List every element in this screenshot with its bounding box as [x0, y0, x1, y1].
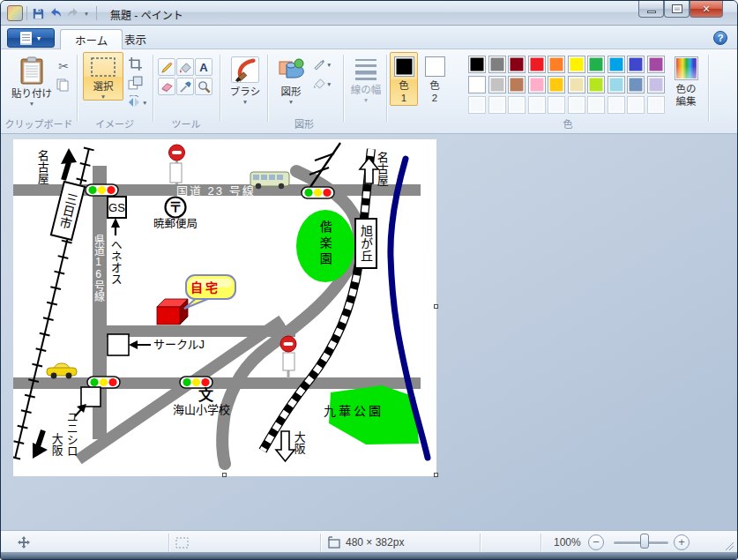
- nagoya-nw-label: 名古屋: [36, 150, 48, 184]
- color2-label: 色: [429, 79, 440, 92]
- bus-stop-icon: [280, 336, 296, 378]
- palette-swatch[interactable]: [627, 76, 645, 93]
- palette-swatch[interactable]: [608, 76, 625, 93]
- palette-swatch[interactable]: [627, 56, 645, 73]
- palette-swatch-empty[interactable]: [647, 96, 665, 114]
- image-size-text: 480 × 382px: [346, 536, 404, 549]
- palette-swatch-empty[interactable]: [468, 96, 486, 114]
- color1-number: 1: [401, 92, 406, 104]
- maximize-button[interactable]: [664, 1, 690, 18]
- palette-swatch[interactable]: [647, 56, 665, 73]
- maximize-icon: [673, 5, 682, 12]
- divider: [220, 55, 220, 122]
- line-width-button[interactable]: 線の幅 ▼: [347, 52, 385, 104]
- shape-fill-button[interactable]: ▼: [313, 77, 332, 90]
- palette-swatch-empty[interactable]: [587, 96, 605, 114]
- pencil-tool[interactable]: [158, 58, 175, 76]
- canvas-resize-handle-bottom[interactable]: [222, 473, 227, 477]
- palette-swatch-empty[interactable]: [568, 96, 585, 114]
- paste-button[interactable]: 貼り付け ▼: [10, 52, 54, 108]
- palette-swatch[interactable]: [587, 56, 605, 73]
- undo-icon[interactable]: [48, 5, 63, 21]
- close-button[interactable]: ✕: [690, 1, 723, 18]
- postal-mark: 〒: [165, 200, 186, 214]
- brush-button[interactable]: ブラシ ▼: [225, 52, 265, 106]
- canvas-resize-handle-right[interactable]: [434, 304, 438, 309]
- chevron-down-icon: ▼: [326, 62, 332, 68]
- copy-icon: [56, 78, 70, 92]
- ribbon-tab-row: ▼ ホーム 表示 ?: [1, 26, 737, 49]
- drawing-canvas[interactable]: 国道 23 号線 県道16号線 名古屋 名古屋 大阪 大阪 三日市 旭が丘 偕楽…: [13, 139, 436, 476]
- color1-button[interactable]: 色 1: [390, 52, 418, 106]
- magnifier-tool[interactable]: [195, 78, 212, 95]
- palette-swatch[interactable]: [647, 76, 665, 93]
- image-size-icon: [327, 536, 341, 549]
- rotate-button[interactable]: ▼: [126, 95, 147, 109]
- chevron-down-icon: ▼: [101, 93, 106, 100]
- school-mark: 文: [198, 388, 213, 404]
- shapes-group-label: 図形: [265, 116, 343, 131]
- palette-swatch[interactable]: [528, 56, 546, 73]
- paint-app-icon[interactable]: [7, 5, 23, 21]
- color2-swatch: [425, 56, 445, 77]
- color2-button[interactable]: 色 2: [421, 52, 449, 106]
- palette-swatch[interactable]: [568, 56, 585, 73]
- shapes-button[interactable]: 図形 ▼: [272, 52, 309, 106]
- palette-swatch[interactable]: [468, 56, 486, 73]
- zoom-slider-thumb[interactable]: [640, 534, 649, 549]
- help-button[interactable]: ?: [713, 31, 727, 45]
- crop-button[interactable]: [128, 56, 143, 71]
- palette-swatch[interactable]: [548, 76, 565, 93]
- edit-colors-button[interactable]: 色の 編集: [666, 52, 706, 109]
- minimize-button[interactable]: [638, 1, 664, 18]
- close-icon: ✕: [702, 4, 710, 15]
- divider: [480, 534, 481, 552]
- shape-outline-button[interactable]: ▼: [313, 57, 332, 71]
- circle-j-label: サークルJ: [153, 339, 205, 351]
- save-icon[interactable]: [30, 5, 46, 21]
- palette-swatch-empty[interactable]: [627, 96, 645, 114]
- tab-view[interactable]: 表示: [110, 29, 160, 49]
- station-asahigaoka-box: 旭が丘: [354, 218, 377, 269]
- palette-swatch-empty[interactable]: [488, 96, 506, 114]
- brush-label: ブラシ: [230, 86, 260, 98]
- resize-button[interactable]: [128, 76, 143, 91]
- circle-j-box: [108, 334, 129, 355]
- palette-swatch-empty[interactable]: [528, 96, 546, 114]
- bus-stop-icon: [169, 145, 185, 184]
- pencil-icon: [160, 61, 174, 74]
- qat-dropdown-icon[interactable]: ▼: [81, 5, 92, 21]
- palette-swatch[interactable]: [548, 56, 565, 73]
- palette-swatch[interactable]: [587, 76, 605, 93]
- canvas-resize-handle-corner[interactable]: [434, 473, 438, 477]
- eraser-tool[interactable]: [158, 78, 175, 95]
- palette-swatch[interactable]: [508, 56, 526, 73]
- color-picker-tool[interactable]: [176, 78, 194, 95]
- palette-swatch-empty[interactable]: [508, 96, 526, 114]
- palette-swatch[interactable]: [488, 56, 506, 73]
- divider: [386, 55, 387, 122]
- home-label: 自宅: [190, 281, 220, 295]
- copy-button[interactable]: [56, 78, 70, 92]
- cut-button[interactable]: ✂: [56, 58, 71, 74]
- palette-swatch-empty[interactable]: [608, 96, 625, 114]
- palette-swatch-empty[interactable]: [548, 96, 565, 114]
- palette-swatch[interactable]: [468, 76, 486, 93]
- palette-swatch[interactable]: [528, 76, 546, 93]
- palette-swatch[interactable]: [488, 76, 506, 93]
- paint-menu-button[interactable]: ▼: [7, 28, 55, 48]
- select-button[interactable]: 選択 ▼: [83, 52, 123, 101]
- zoom-out-button[interactable]: −: [588, 534, 604, 550]
- palette-swatch[interactable]: [568, 76, 585, 93]
- zoom-in-button[interactable]: +: [674, 534, 690, 550]
- titlebar[interactable]: ▼ 無題 - ペイント ✕: [1, 1, 737, 26]
- palette-swatch[interactable]: [608, 56, 625, 73]
- fill-tool[interactable]: [176, 58, 194, 76]
- minimize-icon: [647, 11, 656, 13]
- window-frame-bottom: [1, 552, 737, 559]
- resize-grip[interactable]: [725, 541, 734, 550]
- palette-swatch[interactable]: [508, 76, 526, 93]
- chevron-down-icon: ▼: [142, 100, 147, 106]
- redo-icon-disabled: [65, 5, 81, 21]
- text-tool[interactable]: A: [195, 58, 212, 76]
